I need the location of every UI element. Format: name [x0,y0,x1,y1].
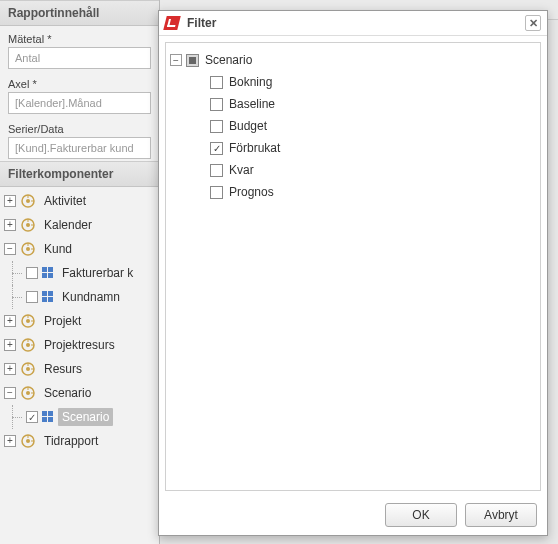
cancel-button[interactable]: Avbryt [465,503,537,527]
dimension-icon [20,337,36,353]
svg-point-25 [26,391,30,395]
tree-node-label: Kund [40,240,76,258]
filter-checkbox[interactable] [210,186,223,199]
filter-components-header: Filterkomponenter [0,161,159,187]
tree-child-label: Kundnamn [58,288,124,306]
filter-item[interactable]: Kvar [170,159,536,181]
tree-connector [4,261,26,285]
expand-toggle[interactable]: + [4,363,16,375]
app-icon [163,16,180,30]
svg-point-9 [26,247,30,251]
filter-root-node[interactable]: −Scenario [170,49,536,71]
tri-state-checkbox[interactable] [186,54,199,67]
filter-root-label: Scenario [205,53,252,67]
filter-item-label: Förbrukat [229,141,280,155]
dimension-icon [20,241,36,257]
svg-point-17 [26,343,30,347]
dimension-icon [20,193,36,209]
tree-node-label: Scenario [40,384,95,402]
filter-item[interactable]: ✓Förbrukat [170,137,536,159]
tree-node-label: Projektresurs [40,336,119,354]
tree-node[interactable]: +Tidrapport [0,429,159,453]
ok-button[interactable]: OK [385,503,457,527]
dimension-icon [20,385,36,401]
collapse-toggle[interactable]: − [170,54,182,66]
svg-point-21 [26,367,30,371]
filter-components-tree: +Aktivitet+Kalender−KundFakturerbar kKun… [0,187,159,453]
dimension-icon [20,217,36,233]
dimension-icon [20,361,36,377]
svg-point-1 [26,199,30,203]
filter-item[interactable]: Prognos [170,181,536,203]
filter-item-label: Baseline [229,97,275,111]
expand-toggle[interactable]: + [4,219,16,231]
filter-checkbox[interactable] [210,76,223,89]
left-panel: Rapportinnehåll Mätetal *AntalAxel *[Kal… [0,0,160,544]
attribute-icon [42,291,54,303]
svg-point-29 [26,439,30,443]
expand-toggle[interactable]: + [4,435,16,447]
filter-checkbox[interactable] [210,98,223,111]
expand-toggle[interactable]: + [4,315,16,327]
filter-dialog: Filter ✕ −ScenarioBokningBaselineBudget✓… [158,10,548,536]
filter-item[interactable]: Budget [170,115,536,137]
tree-node[interactable]: −Scenario [0,381,159,405]
expand-toggle[interactable]: + [4,339,16,351]
tree-node-label: Resurs [40,360,86,378]
dialog-body: −ScenarioBokningBaselineBudget✓Förbrukat… [165,42,541,491]
field-label: Axel * [8,75,151,92]
tree-node[interactable]: −Kund [0,237,159,261]
filter-checkbox[interactable] [210,120,223,133]
filter-checkbox[interactable]: ✓ [210,142,223,155]
field-group: Axel *[Kalender].Månad [0,71,159,116]
tree-child-label: Scenario [58,408,113,426]
expand-toggle[interactable]: − [4,387,16,399]
filter-item[interactable]: Baseline [170,93,536,115]
filter-item[interactable]: Bokning [170,71,536,93]
field-label: Mätetal * [8,30,151,47]
svg-point-13 [26,319,30,323]
expand-toggle[interactable]: − [4,243,16,255]
dialog-titlebar: Filter ✕ [159,11,547,36]
field-label: Serier/Data [8,120,151,137]
dialog-title-text: Filter [187,16,216,30]
close-button[interactable]: ✕ [525,15,541,31]
filter-checkbox[interactable] [210,164,223,177]
tree-node[interactable]: +Projekt [0,309,159,333]
expand-toggle[interactable]: + [4,195,16,207]
tree-node[interactable]: +Aktivitet [0,189,159,213]
tree-child-node[interactable]: Fakturerbar k [0,261,159,285]
tree-node-label: Aktivitet [40,192,90,210]
tree-connector [4,405,26,429]
report-content-header: Rapportinnehåll [0,0,159,26]
field-input[interactable]: [Kund].Fakturerbar kund [8,137,151,159]
field-input[interactable]: [Kalender].Månad [8,92,151,114]
attribute-icon [42,411,54,423]
field-group: Mätetal *Antal [0,26,159,71]
tree-child-label: Fakturerbar k [58,264,137,282]
dimension-icon [20,313,36,329]
filter-item-label: Bokning [229,75,272,89]
tree-node[interactable]: +Resurs [0,357,159,381]
tree-checkbox[interactable] [26,267,38,279]
filter-item-label: Prognos [229,185,274,199]
tree-checkbox[interactable]: ✓ [26,411,38,423]
tree-node[interactable]: +Projektresurs [0,333,159,357]
tree-node-label: Kalender [40,216,96,234]
filter-item-label: Budget [229,119,267,133]
dimension-icon [20,433,36,449]
dialog-buttons: OK Avbryt [159,497,547,535]
tree-node-label: Tidrapport [40,432,102,450]
tree-node[interactable]: +Kalender [0,213,159,237]
svg-point-5 [26,223,30,227]
filter-item-label: Kvar [229,163,254,177]
tree-checkbox[interactable] [26,291,38,303]
tree-connector [4,285,26,309]
tree-child-node[interactable]: Kundnamn [0,285,159,309]
attribute-icon [42,267,54,279]
field-input[interactable]: Antal [8,47,151,69]
tree-node-label: Projekt [40,312,85,330]
field-group: Serier/Data[Kund].Fakturerbar kund [0,116,159,161]
tree-child-node[interactable]: ✓Scenario [0,405,159,429]
